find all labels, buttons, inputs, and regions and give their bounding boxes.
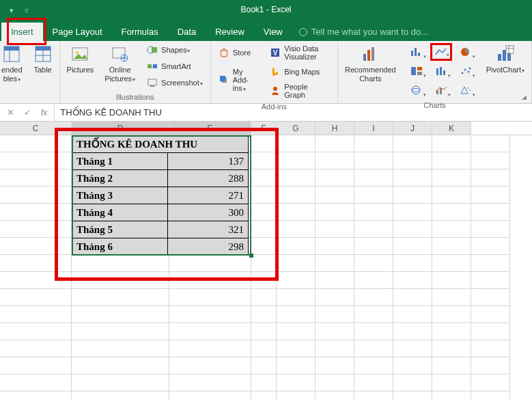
pictures-label: Pictures (67, 66, 94, 74)
store-icon (219, 47, 229, 58)
store-button[interactable]: Store (216, 46, 260, 59)
svg-rect-15 (148, 79, 156, 85)
svg-text:V: V (273, 49, 278, 57)
svg-rect-13 (148, 64, 152, 68)
online-pictures-label: Online Pictures (104, 66, 135, 83)
fx-icon[interactable]: fx (41, 108, 47, 118)
svg-rect-27 (418, 53, 420, 56)
table-icon (33, 44, 53, 64)
col-header[interactable]: I (354, 122, 393, 135)
qat-more-icon[interactable]: ▾ (10, 6, 16, 13)
charts-dialog-launcher[interactable]: ◢ (522, 94, 530, 102)
spreadsheet-grid[interactable]: C D E F G H I J K // generate blank rows… (0, 122, 532, 135)
bing-icon (270, 66, 281, 77)
pictures-button[interactable]: Pictures (66, 43, 96, 74)
col-header[interactable]: D (72, 122, 169, 135)
tab-insert[interactable]: Insert (1, 23, 43, 41)
svg-point-35 (461, 72, 463, 74)
visio-label: Visio Data Visualizer (284, 44, 330, 61)
svg-rect-24 (372, 47, 374, 61)
pivotchart-button[interactable]: PivotChart (485, 43, 526, 74)
illustrations-group-label: Illustrations (66, 91, 205, 103)
shapes-button[interactable]: Shapes (145, 43, 205, 57)
svg-rect-22 (363, 54, 366, 61)
svg-point-39 (412, 86, 420, 94)
table-row: Tháng 1137 (72, 153, 249, 170)
svg-rect-16 (150, 85, 154, 87)
shapes-icon (147, 44, 158, 55)
svg-rect-4 (36, 46, 51, 51)
cancel-icon[interactable]: ✕ (7, 107, 14, 118)
pictures-icon (70, 44, 89, 64)
tell-me-label: Tell me what you want to do... (311, 27, 428, 37)
svg-rect-18 (220, 76, 225, 81)
visio-button[interactable]: V Visio Data Visualizer (268, 43, 332, 62)
screenshot-icon (147, 77, 158, 88)
svg-rect-45 (498, 54, 501, 61)
tab-view[interactable]: View (254, 23, 292, 41)
table-label: Table (33, 66, 51, 74)
svg-rect-42 (440, 88, 442, 94)
shapes-label: Shapes (161, 46, 190, 54)
svg-rect-34 (443, 70, 445, 75)
col-header[interactable]: H (316, 122, 354, 135)
my-addins-button[interactable]: My Add-ins (216, 66, 260, 94)
col-header[interactable]: E (169, 122, 251, 135)
data-table[interactable]: THỐNG KÊ DOANH THU Tháng 1137 Tháng 2288… (72, 135, 249, 256)
svg-point-8 (76, 51, 79, 54)
recommended-charts-button[interactable]: Recommended Charts (344, 43, 397, 83)
table-row: Tháng 3271 (72, 187, 249, 204)
tab-review[interactable]: Review (206, 23, 254, 41)
col-header[interactable]: G (277, 122, 316, 135)
online-pictures-button[interactable]: Online Pictures (103, 43, 137, 83)
title-bar: ▾ ▿ Book1 - Excel (0, 0, 532, 19)
col-header[interactable]: J (393, 122, 432, 135)
line-chart-button[interactable] (430, 43, 452, 61)
svg-rect-30 (417, 67, 422, 70)
smartart-icon (147, 61, 158, 72)
svg-rect-32 (436, 68, 438, 75)
selection-handle[interactable] (249, 253, 253, 258)
col-header[interactable]: C (0, 122, 72, 135)
column-chart-button[interactable] (406, 43, 428, 61)
svg-point-40 (412, 89, 420, 92)
recommended-charts-label: Recommended Charts (345, 66, 396, 83)
svg-point-21 (273, 87, 277, 91)
bing-label: Bing Maps (284, 68, 320, 76)
smartart-button[interactable]: SmartArt (145, 59, 205, 73)
combo-chart-button[interactable] (430, 81, 452, 99)
statistic-chart-button[interactable] (430, 62, 452, 80)
table-row: Tháng 6298 (72, 238, 249, 256)
recommended-pivot-button[interactable]: ended bles (0, 43, 24, 83)
smartart-label: SmartArt (161, 62, 191, 70)
tab-data[interactable]: Data (168, 23, 206, 41)
visio-icon: V (270, 47, 281, 58)
tab-page-layout[interactable]: Page Layout (43, 23, 112, 41)
recommended-pivot-label: ended bles (1, 66, 23, 83)
screenshot-label: Screenshot (161, 79, 203, 87)
online-pictures-icon (111, 44, 130, 64)
svg-rect-31 (417, 72, 422, 75)
col-header[interactable]: F (251, 122, 277, 135)
screenshot-button[interactable]: Screenshot (145, 76, 205, 90)
surface-chart-button[interactable] (455, 81, 477, 99)
pie-chart-button[interactable] (455, 43, 477, 61)
app-title: Book1 - Excel (240, 5, 291, 14)
table-button[interactable]: Table (32, 43, 54, 74)
people-graph-label: People Graph (284, 83, 330, 99)
qat-dropdown-icon[interactable]: ▿ (25, 6, 31, 13)
scatter-chart-button[interactable] (455, 62, 477, 80)
people-graph-button[interactable]: People Graph (268, 81, 332, 100)
bing-maps-button[interactable]: Bing Maps (268, 65, 332, 79)
svg-rect-23 (367, 50, 370, 61)
table-row: Tháng 4300 (72, 204, 249, 221)
map-chart-button[interactable] (406, 81, 428, 99)
hierarchy-chart-button[interactable] (406, 62, 428, 80)
col-header[interactable]: K (432, 122, 471, 135)
table-title[interactable]: THỐNG KÊ DOANH THU (72, 136, 249, 153)
ribbon-tabs: Insert Page Layout Formulas Data Review … (0, 19, 532, 41)
enter-icon[interactable]: ✓ (24, 107, 31, 118)
tab-formulas[interactable]: Formulas (112, 23, 168, 41)
svg-point-37 (467, 71, 469, 73)
tell-me-search[interactable]: Tell me what you want to do... (292, 23, 435, 41)
